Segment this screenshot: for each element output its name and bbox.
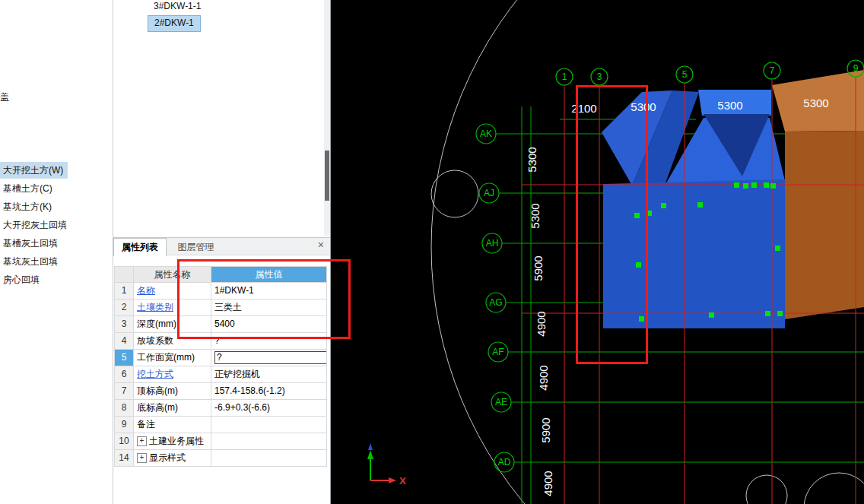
col-axis-label: 9: [853, 63, 859, 74]
ucs-x-label: X: [399, 475, 406, 487]
grip-handle[interactable]: [751, 182, 757, 188]
expand-icon[interactable]: +: [137, 436, 147, 446]
grip-handle[interactable]: [764, 182, 769, 188]
vertical-dim-label: 5900: [539, 417, 552, 442]
row-number[interactable]: 10: [115, 433, 134, 449]
property-value[interactable]: [211, 417, 327, 433]
panel-tabs: 属性列表 图层管理 ×: [113, 237, 330, 255]
close-icon[interactable]: ×: [318, 239, 324, 251]
property-row: 10+土建业务属性: [114, 433, 327, 450]
row-axis-label: AD: [498, 457, 511, 468]
header-blank: [115, 267, 134, 282]
property-name-label[interactable]: 挖土方式: [137, 369, 173, 379]
property-row: 8底标高(m)-6.9+0.3(-6.6): [114, 400, 327, 417]
row-axis-label: AG: [489, 297, 502, 308]
row-axis-label: AH: [486, 238, 499, 249]
row-number[interactable]: 5: [115, 350, 134, 366]
property-value[interactable]: 正铲挖掘机: [211, 366, 327, 382]
sidebar-item[interactable]: 基槽土方(C): [0, 180, 57, 197]
property-row: 9备注: [114, 417, 327, 433]
grip-handle[interactable]: [697, 202, 703, 208]
grip-handle[interactable]: [765, 311, 770, 316]
component-panel: 3#DKW-1-12#DKW-1 属性列表 图层管理 × 属性名称 属性值 1名…: [113, 0, 331, 504]
orange-solid-front[interactable]: [785, 131, 864, 319]
property-name-label: 底标高(m): [137, 402, 178, 413]
row-number[interactable]: 14: [115, 450, 134, 466]
property-name-label: 放坡系数: [137, 335, 173, 346]
property-name-label: 土建业务属性: [149, 436, 204, 446]
tab-property-list[interactable]: 属性列表: [113, 238, 167, 256]
col-axis-label: 7: [770, 65, 775, 76]
vertical-dim-label: 5900: [532, 255, 545, 281]
sidebar-item[interactable]: 房心回填: [0, 271, 44, 288]
sidebar-item[interactable]: 基槽灰土回填: [0, 235, 62, 252]
property-name[interactable]: 备注: [134, 417, 211, 433]
sidebar-item[interactable]: 大开挖土方(W): [0, 162, 68, 179]
row-number[interactable]: 4: [115, 333, 134, 349]
app-window: 盖 大开挖土方(W)基槽土方(C)基坑土方(K)大开挖灰土回填基槽灰土回填基坑灰…: [0, 0, 864, 504]
row-number[interactable]: 8: [115, 400, 134, 416]
property-value[interactable]: -6.9+0.3(-6.6): [211, 400, 327, 416]
property-name[interactable]: 挖土方式: [134, 366, 211, 382]
property-name[interactable]: 底标高(m): [134, 400, 211, 416]
grip-handle[interactable]: [661, 203, 666, 208]
property-value[interactable]: 157.4-158.6(-1.2): [211, 383, 327, 399]
scrollbar-thumb[interactable]: [325, 151, 329, 201]
left-sidebar: 盖 大开挖土方(W)基槽土方(C)基坑土方(K)大开挖灰土回填基槽灰土回填基坑灰…: [0, 0, 113, 504]
row-number[interactable]: 9: [115, 417, 134, 433]
annotation-rect-viewport: [576, 85, 648, 364]
property-value[interactable]: [211, 350, 327, 366]
vertical-dim-label: 4900: [535, 311, 548, 336]
property-value[interactable]: [211, 450, 327, 466]
vertical-dim-label: 4900: [537, 365, 550, 390]
property-value[interactable]: [211, 433, 327, 449]
property-name-label[interactable]: 名称: [137, 285, 155, 296]
row-number[interactable]: 7: [115, 383, 134, 399]
property-value-input[interactable]: [214, 351, 327, 364]
scrollbar[interactable]: [324, 0, 330, 236]
grip-handle[interactable]: [777, 311, 783, 316]
expand-icon[interactable]: +: [137, 453, 147, 463]
property-name-label: 工作面宽(mm): [137, 352, 195, 363]
property-name[interactable]: +显示样式: [134, 450, 211, 466]
sidebar-item[interactable]: 基坑灰土回填: [0, 253, 62, 270]
col-axis-label: 1: [562, 71, 567, 82]
component-list-item[interactable]: 2#DKW-1: [148, 15, 201, 32]
col-axis-label: 5: [682, 69, 688, 80]
grip-handle[interactable]: [734, 182, 739, 188]
property-name[interactable]: +土建业务属性: [134, 433, 211, 449]
property-row: 7顶标高(m)157.4-158.6(-1.2): [114, 383, 327, 400]
row-axis-label: AE: [495, 397, 507, 407]
row-number[interactable]: 3: [115, 316, 134, 332]
component-list-item[interactable]: 3#DKW-1-1: [148, 0, 207, 14]
sidebar-item-partial[interactable]: 盖: [0, 91, 9, 104]
top-dim-label: 5300: [717, 99, 742, 112]
row-axis-label: AF: [492, 347, 503, 357]
grip-handle[interactable]: [770, 183, 776, 189]
top-dim-label: 5300: [803, 97, 828, 109]
sidebar-item[interactable]: 大开挖灰土回填: [0, 217, 71, 233]
vertical-dim-label: 5300: [526, 147, 538, 172]
vertical-dim-label: 4900: [542, 471, 554, 496]
property-name-label: 顶标高(m): [137, 385, 178, 396]
row-number[interactable]: 2: [115, 300, 134, 315]
property-name-label: 显示样式: [149, 452, 186, 463]
annotation-rect-table: [177, 259, 351, 339]
sidebar-item[interactable]: 基坑土方(K): [0, 198, 56, 215]
grip-handle[interactable]: [709, 312, 714, 318]
row-number[interactable]: 6: [115, 366, 134, 382]
grip-handle[interactable]: [775, 246, 780, 251]
row-axis-label: AJ: [484, 188, 494, 198]
row-number[interactable]: 1: [115, 283, 134, 299]
property-name[interactable]: 工作面宽(mm): [134, 350, 211, 366]
property-row: 14+显示样式: [114, 450, 327, 467]
tab-layer-manage[interactable]: 图层管理: [170, 239, 221, 256]
property-name-label: 深度(mm): [137, 319, 176, 329]
property-row: 5工作面宽(mm): [114, 350, 327, 366]
property-name[interactable]: 顶标高(m): [134, 383, 211, 399]
col-axis-label: 3: [597, 71, 602, 82]
vertical-dim-label: 5300: [529, 203, 542, 228]
property-name-label[interactable]: 土壤类别: [137, 302, 173, 312]
grip-handle[interactable]: [743, 183, 748, 189]
property-name-label: 备注: [137, 419, 155, 430]
